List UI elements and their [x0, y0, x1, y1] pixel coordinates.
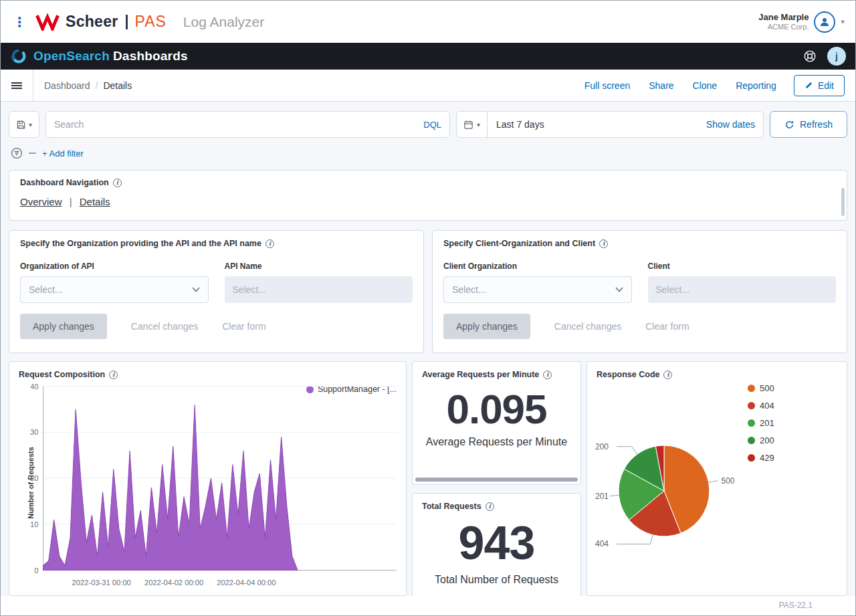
saved-query-button[interactable]: ▾	[9, 111, 39, 138]
svg-text:200: 200	[595, 442, 609, 451]
input-placeholder: Select...	[233, 284, 267, 295]
cancel-changes-button[interactable]: Cancel changes	[131, 321, 198, 332]
info-icon[interactable]: i	[109, 371, 118, 379]
panel-title-text: Specify Client-Organization and Client	[443, 239, 595, 248]
refresh-button[interactable]: Refresh	[770, 111, 847, 138]
osd-brand: OpenSearchDashboards	[33, 49, 188, 64]
full-screen-link[interactable]: Full screen	[584, 80, 630, 91]
version-label: PAS-22.1	[779, 601, 813, 610]
filter-menu-icon[interactable]	[11, 147, 23, 159]
pie-legend-item[interactable]: 429	[748, 453, 774, 463]
svg-text:2022-04-02 00:00: 2022-04-02 00:00	[144, 578, 203, 586]
cancel-changes-button[interactable]: Cancel changes	[554, 321, 621, 332]
input-placeholder: Select...	[656, 284, 690, 295]
client-organization-select[interactable]: Select...	[443, 276, 632, 303]
apply-changes-button[interactable]: Apply changes	[443, 314, 530, 339]
svg-text:20: 20	[30, 474, 38, 482]
average-requests-panel: Average Requests per Minute i 0.095 Aver…	[412, 361, 581, 485]
organization-of-api-select[interactable]: Select...	[20, 276, 209, 303]
info-icon[interactable]: i	[599, 239, 608, 248]
time-range-button[interactable]: Last 7 days	[496, 119, 544, 130]
show-dates-button[interactable]: Show dates	[706, 119, 755, 130]
apply-changes-button[interactable]: Apply changes	[20, 314, 107, 339]
search-input[interactable]	[54, 119, 417, 130]
brand-name: Scheer	[66, 13, 118, 31]
page: ⋮ Scheer PAS Log Analyzer Jane Marple AC…	[0, 0, 856, 616]
pie-legend-item[interactable]: 201	[748, 418, 774, 428]
opensearch-logo-icon	[10, 47, 27, 65]
field-label: API Name	[225, 262, 413, 271]
calendar-quick-select[interactable]: ▾	[457, 112, 488, 137]
pie-legend: 500404201200429	[748, 383, 774, 463]
help-icon[interactable]	[803, 49, 817, 63]
panel-title: Specify the Organization providing the A…	[20, 239, 413, 248]
caret-down-icon: ▾	[29, 121, 32, 128]
clear-form-button[interactable]: Clear form	[222, 321, 265, 332]
breadcrumb-current: Details	[103, 80, 132, 91]
pie-chart[interactable]: 500404201200	[594, 375, 748, 576]
calendar-icon	[463, 120, 473, 130]
user-avatar-icon[interactable]	[814, 11, 835, 33]
svg-text:201: 201	[595, 492, 609, 501]
caret-down-icon: ▾	[841, 17, 845, 26]
overview-link[interactable]: Overview	[20, 196, 62, 207]
search-box: DQL	[45, 111, 450, 138]
refresh-icon	[784, 120, 794, 130]
area-chart[interactable]: 0102030402022-03-31 00:002022-04-02 00:0…	[20, 381, 401, 591]
pie-legend-item[interactable]: 500	[748, 383, 774, 393]
svg-text:30: 30	[30, 428, 38, 436]
osd-brand-secondary: Dashboards	[113, 49, 188, 63]
vertical-scrollbar[interactable]	[841, 188, 845, 216]
panel-title: Specify Client-Organization and Client i	[443, 239, 836, 248]
info-icon[interactable]: i	[486, 502, 494, 511]
user-name: Jane Marple	[758, 12, 809, 23]
metric-caption: Average Requests per Minute	[422, 436, 571, 448]
info-icon[interactable]: i	[265, 239, 274, 248]
response-code-panel: Response Code i 500404201200 50040420120…	[586, 361, 847, 596]
save-icon	[16, 120, 26, 130]
info-icon[interactable]: i	[543, 371, 552, 379]
user-menu[interactable]: Jane Marple ACME Corp. ▾	[758, 11, 845, 33]
clone-link[interactable]: Clone	[693, 80, 718, 91]
panel-title: Average Requests per Minute i	[422, 370, 571, 379]
breadcrumb: Dashboard / Details	[44, 80, 132, 91]
panel-title-text: Total Requests	[422, 502, 481, 511]
pie-legend-item[interactable]: 404	[748, 401, 774, 411]
metric-value: 943	[422, 519, 571, 569]
menu-icon[interactable]	[1, 70, 33, 101]
clear-form-button[interactable]: Clear form	[645, 321, 689, 332]
info-icon[interactable]: i	[113, 179, 122, 187]
request-composition-panel: Request Composition i SupportManager - […	[9, 361, 407, 596]
total-requests-panel: Total Requests i 943 Total Number of Req…	[412, 493, 581, 596]
brand-separator	[126, 15, 128, 29]
horizontal-scrollbar[interactable]	[415, 478, 578, 482]
details-link[interactable]: Details	[80, 196, 110, 207]
dql-button[interactable]: DQL	[423, 120, 441, 130]
breadcrumb-root[interactable]: Dashboard	[44, 80, 90, 91]
kebab-menu-icon[interactable]: ⋮	[13, 15, 26, 29]
reporting-link[interactable]: Reporting	[736, 80, 776, 91]
svg-text:0: 0	[34, 567, 38, 575]
user-company: ACME Corp.	[758, 23, 809, 32]
panel-title-text: Specify the Organization providing the A…	[20, 239, 261, 248]
query-bar: ▾ DQL ▾ Last 7 days Show dates	[9, 111, 847, 138]
svg-text:2022-04-04 00:00: 2022-04-04 00:00	[217, 578, 276, 586]
chevron-down-icon	[615, 287, 623, 292]
select-placeholder: Select...	[29, 284, 63, 295]
chevron-down-icon	[192, 287, 200, 292]
date-picker: ▾ Last 7 days Show dates	[456, 111, 764, 138]
metric-value: 0.095	[422, 387, 571, 431]
share-link[interactable]: Share	[649, 80, 673, 91]
caret-down-icon: ▾	[477, 121, 480, 128]
field-label: Client	[648, 262, 837, 271]
pie-legend-item[interactable]: 200	[748, 435, 774, 445]
svg-text:404: 404	[595, 539, 609, 548]
dashboard-navigation-panel: Dashboard Navigation i Overview | Detail…	[9, 170, 847, 221]
pencil-icon	[805, 81, 813, 90]
panel-title-text: Dashboard Navigation	[20, 178, 109, 187]
client-input[interactable]: Select...	[648, 276, 837, 303]
add-filter-link[interactable]: + Add filter	[42, 148, 84, 159]
edit-button[interactable]: Edit	[794, 75, 845, 96]
api-name-input[interactable]: Select...	[225, 276, 413, 303]
osd-avatar[interactable]: j	[827, 47, 846, 66]
